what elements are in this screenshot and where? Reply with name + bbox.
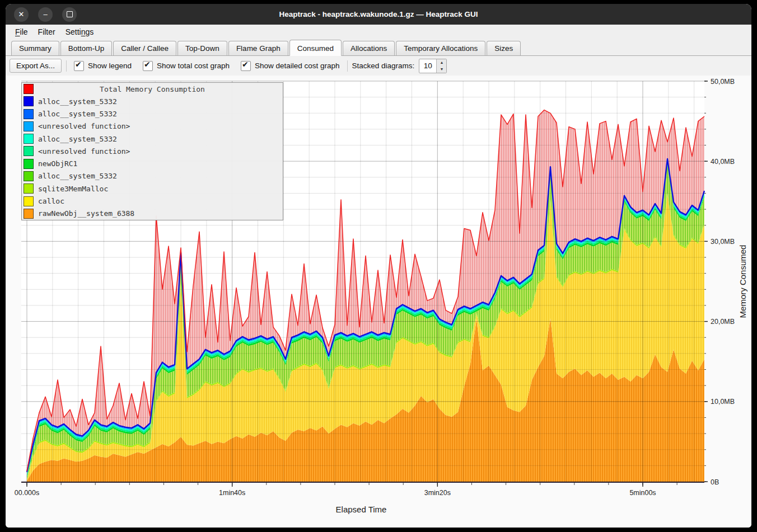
checkbox-box[interactable]: ✔ — [241, 61, 251, 71]
tab-allocations[interactable]: Allocations — [343, 41, 395, 55]
legend-item: alloc__system_5332 — [22, 170, 283, 182]
x-tick-label: 00.000s — [15, 489, 39, 497]
x-tick-label: 5min00s — [629, 489, 656, 497]
y-tick-label: 40,0MB — [711, 158, 735, 166]
legend-item: sqlite3MemMalloc — [22, 182, 283, 195]
y-tick-label: 0B — [711, 478, 719, 486]
spinbox-value[interactable]: 10 — [419, 59, 436, 73]
legend-label: alloc__system_5332 — [38, 110, 117, 118]
legend-label: <unresolved function> — [38, 122, 130, 130]
checkbox-label: Show detailed cost graph — [255, 62, 340, 70]
checkbox-box[interactable]: ✔ — [74, 61, 84, 71]
menu-item-settings[interactable]: Settings — [60, 26, 99, 38]
legend-label: calloc — [38, 197, 64, 205]
spin-up-icon[interactable]: ▲ — [437, 59, 446, 66]
legend-item: <unresolved function> — [22, 120, 283, 133]
tab-temporary-allocations[interactable]: Temporary Allocations — [396, 41, 485, 55]
tab-sizes[interactable]: Sizes — [487, 41, 521, 55]
legend-swatch-icon — [24, 96, 34, 106]
export-as-button[interactable]: Export As... — [10, 59, 62, 73]
legend-item: <unresolved function> — [22, 145, 283, 157]
window-title: Heaptrack - heaptrack.wakunode.1.gz — He… — [6, 10, 751, 18]
tab-summary[interactable]: Summary — [11, 41, 59, 55]
menu-bar: FileFilterSettings — [6, 25, 751, 39]
heaptrack-window: ✕ – Heaptrack - heaptrack.wakunode.1.gz … — [6, 4, 751, 528]
legend-swatch-icon — [24, 196, 34, 206]
toolbar-separator — [66, 60, 67, 72]
legend-swatch-icon — [24, 183, 34, 194]
legend-item: newObjRC1 — [22, 158, 283, 170]
legend-swatch-icon — [24, 109, 34, 119]
legend-item: rawNewObj__system_6388 — [22, 208, 283, 220]
x-tick-label: 3min20s — [424, 489, 451, 497]
y-tick-label: 50,0MB — [711, 78, 735, 86]
legend-item: alloc__system_5332 — [22, 95, 283, 107]
legend-swatch-icon — [24, 209, 34, 219]
y-tick-label: 20,0MB — [711, 318, 735, 326]
toolbar-separator — [347, 60, 348, 72]
x-tick-label: 1min40s — [219, 489, 245, 497]
checkbox-show-total-cost-graph[interactable]: ✔Show total cost graph — [140, 61, 232, 71]
legend-label: newObjRC1 — [38, 159, 77, 168]
legend-label: sqlite3MemMalloc — [38, 185, 108, 193]
checkbox-label: Show total cost graph — [157, 62, 230, 70]
legend-swatch-icon — [24, 121, 34, 131]
legend-item: Total Memory Consumption — [22, 83, 283, 95]
legend-item: calloc — [22, 195, 283, 207]
legend-swatch-icon — [24, 159, 34, 169]
legend-label: rawNewObj__system_6388 — [38, 209, 134, 218]
toolbar: Export As... ✔Show legend✔Show total cos… — [6, 56, 751, 76]
legend-label: alloc__system_5332 — [38, 97, 117, 106]
chart-area: 00.000s1min40s3min20s5min00s0B10,0MB20,0… — [6, 76, 751, 528]
menu-item-file[interactable]: File — [10, 26, 33, 38]
legend-item: alloc__system_5332 — [22, 133, 283, 145]
tab-flame-graph[interactable]: Flame Graph — [228, 41, 288, 55]
y-tick-label: 10,0MB — [711, 398, 735, 406]
title-bar: ✕ – Heaptrack - heaptrack.wakunode.1.gz … — [6, 4, 751, 25]
stacked-diagrams-spinbox[interactable]: 10 ▲ ▼ — [419, 59, 447, 73]
checkbox-show-legend[interactable]: ✔Show legend — [71, 61, 134, 71]
legend-label: alloc__system_5332 — [38, 135, 117, 143]
y-tick-label: 30,0MB — [711, 238, 735, 246]
y-axis-title: Memory Consumed — [738, 245, 747, 318]
tab-bar: SummaryBottom-UpCaller / CalleeTop-DownF… — [6, 39, 751, 56]
stacked-diagrams-label: Stacked diagrams: — [352, 62, 415, 70]
legend-label: <unresolved function> — [38, 147, 130, 156]
checkbox-box[interactable]: ✔ — [143, 61, 153, 71]
checkbox-label: Show legend — [88, 62, 132, 70]
chart-legend: Total Memory Consumptionalloc__system_53… — [21, 82, 283, 220]
legend-swatch-icon — [24, 134, 34, 144]
legend-label: alloc__system_5332 — [38, 172, 117, 180]
legend-swatch-icon — [24, 84, 34, 94]
legend-title: Total Memory Consumption — [34, 85, 271, 93]
checkbox-show-detailed-cost-graph[interactable]: ✔Show detailed cost graph — [238, 61, 343, 71]
tab-consumed[interactable]: Consumed — [289, 40, 342, 56]
legend-swatch-icon — [24, 171, 34, 181]
menu-item-filter[interactable]: Filter — [33, 26, 60, 38]
legend-swatch-icon — [24, 146, 34, 156]
spin-down-icon[interactable]: ▼ — [437, 66, 446, 73]
x-axis-title: Elapsed Time — [336, 505, 387, 514]
legend-item: alloc__system_5332 — [22, 108, 283, 120]
tab-top-down[interactable]: Top-Down — [177, 41, 227, 55]
tab-bottom-up[interactable]: Bottom-Up — [60, 41, 113, 55]
tab-caller-callee[interactable]: Caller / Callee — [113, 41, 176, 55]
